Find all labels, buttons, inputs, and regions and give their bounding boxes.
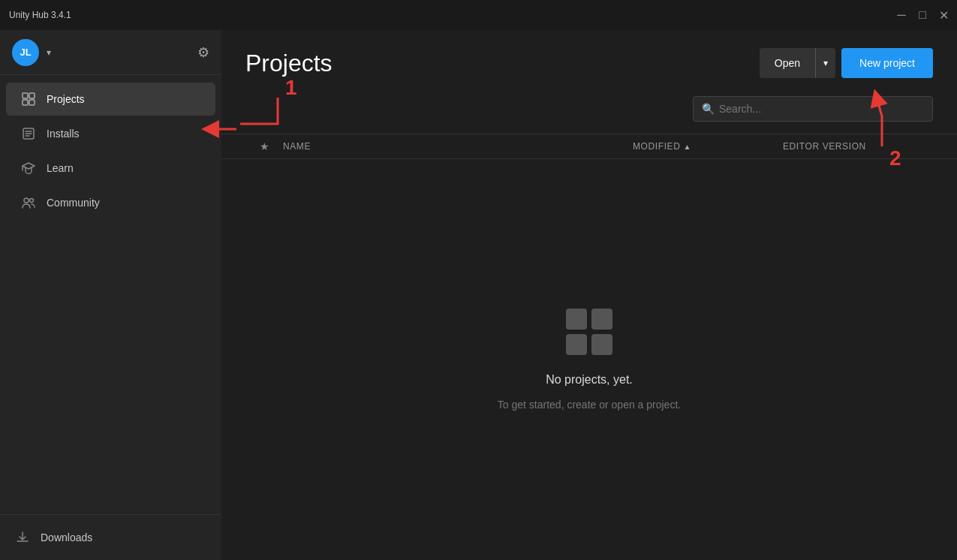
empty-square-1 [566, 309, 587, 330]
table-header: ★ NAME MODIFIED ▲ EDITOR VERSION [221, 134, 957, 159]
svg-rect-3 [29, 100, 35, 105]
sidebar-item-projects-label: Projects [47, 93, 85, 105]
projects-icon [21, 92, 36, 107]
svg-point-5 [24, 198, 29, 203]
installs-icon [21, 126, 36, 141]
content-area: Projects Open ▾ New project 🔍 ★ NAME MOD… [221, 30, 957, 560]
svg-rect-2 [23, 100, 28, 105]
empty-state-title: No projects, yet. [546, 373, 633, 387]
svg-rect-1 [29, 93, 35, 98]
main-layout: JL ▾ ⚙ Projects [0, 30, 957, 560]
new-project-button[interactable]: New project [841, 48, 933, 78]
sort-arrow-icon: ▲ [683, 143, 691, 151]
search-bar: 🔍 [221, 90, 957, 134]
col-modified-header: MODIFIED ▲ [633, 141, 783, 152]
svg-rect-0 [23, 93, 28, 98]
header-actions: Open ▾ New project [760, 48, 933, 78]
search-icon: 🔍 [702, 103, 715, 115]
sidebar-header: JL ▾ ⚙ [0, 30, 221, 75]
search-input[interactable] [693, 96, 933, 122]
empty-icon [566, 309, 612, 355]
page-title: Projects [245, 50, 333, 77]
empty-square-4 [591, 334, 612, 355]
sidebar-item-learn[interactable]: Learn [6, 152, 215, 185]
empty-state: No projects, yet. To get started, create… [221, 159, 957, 560]
search-input-wrap: 🔍 [693, 96, 933, 122]
col-name-header: NAME [283, 141, 633, 152]
avatar-chevron-icon[interactable]: ▾ [47, 47, 51, 58]
close-button[interactable]: ✕ [939, 11, 948, 20]
sidebar-nav: Projects Installs [0, 75, 221, 514]
sidebar-item-downloads[interactable]: Downloads [0, 515, 221, 560]
sidebar-item-projects[interactable]: Projects [6, 83, 215, 116]
downloads-icon [15, 530, 30, 545]
col-editor-header: EDITOR VERSION [783, 141, 933, 152]
avatar[interactable]: JL [12, 39, 39, 66]
community-icon [21, 195, 36, 210]
sidebar-footer: Downloads [0, 514, 221, 560]
col-star: ★ [245, 140, 283, 152]
star-icon: ★ [260, 140, 269, 152]
empty-square-3 [566, 334, 587, 355]
sidebar-item-installs[interactable]: Installs [6, 117, 215, 150]
settings-gear-icon[interactable]: ⚙ [197, 44, 209, 61]
sidebar-item-community[interactable]: Community [6, 186, 215, 219]
svg-point-6 [30, 199, 34, 203]
sidebar-item-installs-label: Installs [47, 128, 80, 140]
sidebar-item-community-label: Community [47, 197, 100, 209]
open-button[interactable]: Open [760, 48, 815, 78]
learn-icon [21, 161, 36, 176]
sidebar: JL ▾ ⚙ Projects [0, 30, 221, 560]
window-controls: ─ □ ✕ [897, 11, 948, 20]
maximize-button[interactable]: □ [918, 11, 927, 20]
empty-square-2 [591, 309, 612, 330]
minimize-button[interactable]: ─ [897, 11, 906, 20]
titlebar: Unity Hub 3.4.1 ─ □ ✕ [0, 0, 957, 30]
sidebar-item-learn-label: Learn [47, 162, 74, 174]
empty-state-subtitle: To get started, create or open a project… [498, 399, 681, 411]
content-header: Projects Open ▾ New project [221, 30, 957, 90]
sidebar-item-downloads-label: Downloads [41, 531, 92, 543]
app-title: Unity Hub 3.4.1 [9, 10, 71, 20]
open-dropdown-button[interactable]: ▾ [815, 48, 835, 78]
